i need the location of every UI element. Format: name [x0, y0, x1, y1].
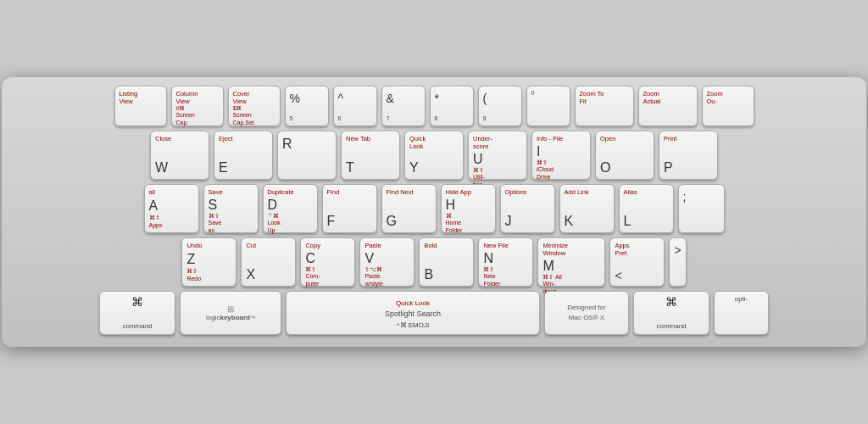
key-i-main: I — [537, 144, 540, 159]
key-d[interactable]: Duplicate D ⌃⌘LookUp — [263, 184, 318, 233]
key-r[interactable]: R — [277, 131, 337, 180]
key-k-label: Add Link — [565, 188, 609, 196]
key-v-label: Paste — [364, 242, 409, 249]
key-u[interactable]: Under-score U ⌘⇧Utili-ties — [468, 131, 527, 180]
key-cover-view[interactable]: CoverView $⌘ScreenCap.Sel. — [228, 86, 281, 126]
key-v-bottom: ⇧⌥⌘Pastew/style — [364, 266, 382, 287]
key-n[interactable]: New File N ⌘⇧NewFolder — [478, 237, 533, 287]
key-j-label: Options — [505, 188, 550, 196]
number-row: ListingView ColumnView #⌘ScreenCap. Cove… — [10, 86, 858, 126]
key-l[interactable]: Alias L — [619, 184, 674, 233]
key-e-main: E — [219, 160, 228, 176]
key-d-main: D — [268, 198, 278, 213]
key-s[interactable]: Save S ⌘⇧Saveas — [203, 184, 259, 233]
key-i-label: Info - File — [537, 135, 586, 142]
key-g[interactable]: Find Next G — [381, 184, 437, 233]
key-0-bottom: 0 — [531, 90, 535, 97]
key-a-label: all — [149, 188, 194, 196]
key-o[interactable]: Open O — [595, 131, 654, 180]
key-a[interactable]: all A ⌘⇧Apps — [144, 184, 199, 233]
key-y-label: QuickLook — [409, 135, 459, 150]
key-semicolon-main: ; — [683, 190, 687, 204]
key-s-label: Save — [209, 188, 253, 196]
key-option-label: opti- — [719, 295, 764, 304]
key-left-cmd[interactable]: ⌘ command — [99, 291, 175, 335]
key-f[interactable]: Find F — [322, 184, 377, 233]
key-o-label: Open — [600, 135, 649, 142]
key-5[interactable]: % 5 — [285, 86, 329, 126]
key-i[interactable]: Info - File I ⌘⇧iCloudDrive — [531, 131, 591, 180]
key-lt-label: AppsPref. — [615, 242, 659, 257]
key-8-bottom: 8 — [435, 115, 438, 122]
key-r-main: R — [282, 137, 292, 152]
key-lt-main: < — [615, 269, 621, 282]
key-lt[interactable]: AppsPref. < — [609, 237, 665, 287]
key-5-main: % — [290, 92, 300, 105]
key-f-label: Find — [327, 188, 372, 196]
key-y[interactable]: QuickLook Y — [404, 131, 464, 180]
key-o-main: O — [600, 160, 610, 176]
logo-text: ⊞ logickeyboard™ — [185, 304, 276, 321]
key-l-main: L — [624, 214, 632, 229]
key-v[interactable]: Paste V ⇧⌥⌘Pastew/style — [359, 237, 415, 287]
key-j[interactable]: Options J — [500, 184, 555, 233]
key-z-main: Z — [186, 252, 195, 267]
key-h[interactable]: Hide App H ⌘HomeFolder — [441, 184, 496, 233]
key-h-main: H — [446, 198, 456, 213]
key-6[interactable]: ^ 6 — [333, 86, 377, 126]
key-b[interactable]: Bold B — [419, 237, 474, 287]
key-x[interactable]: Cut X — [241, 237, 296, 287]
key-option[interactable]: opti- — [714, 291, 769, 335]
key-s-main: S — [209, 198, 218, 213]
key-c-main: C — [305, 251, 315, 266]
key-zoom-fit-label: Zoom ToFit — [580, 90, 629, 105]
key-k[interactable]: Add Link K — [559, 184, 615, 233]
key-h-bottom: ⌘HomeFolder — [446, 213, 463, 234]
key-right-cmd[interactable]: ⌘ command — [633, 291, 709, 335]
key-designed: Designed forMac OS® X — [544, 291, 629, 335]
key-listing-view-label: ListingView — [120, 90, 162, 105]
key-c[interactable]: Copy C ⌘⇧Com-puter — [300, 237, 355, 287]
key-0[interactable]: 0 — [526, 86, 570, 126]
key-s-bottom: ⌘⇧Saveas — [209, 213, 222, 234]
key-n-main: N — [483, 251, 493, 266]
key-8-main: * — [435, 92, 439, 105]
key-zoom-fit[interactable]: Zoom ToFit — [575, 86, 634, 126]
key-5-bottom: 5 — [290, 115, 293, 122]
key-z[interactable]: Undo Z ⌘⇧Redo — [181, 237, 236, 287]
key-column-view-bottom: #⌘ScreenCap. — [176, 105, 195, 126]
key-zoom-out[interactable]: ZoomOu- — [702, 86, 754, 126]
key-i-bottom: ⌘⇧iCloudDrive — [537, 159, 554, 181]
key-listing-view[interactable]: ListingView — [114, 86, 167, 126]
key-left-cmd-symbol: ⌘ — [104, 295, 170, 310]
keyboard: ListingView ColumnView #⌘ScreenCap. Cove… — [2, 77, 866, 347]
key-spacebar[interactable]: Quick Look Spotlight Search ^⌘ EMOJI — [286, 291, 540, 335]
key-9[interactable]: ( 9 — [478, 86, 522, 126]
key-gt-main: > — [674, 243, 681, 257]
key-semicolon[interactable]: ; — [678, 184, 725, 233]
key-z-label: Undo — [186, 242, 231, 249]
key-p-label: Print — [664, 135, 713, 142]
key-gt[interactable]: > — [669, 237, 686, 287]
key-7-bottom: 7 — [387, 115, 390, 122]
key-m[interactable]: MinimizeWindow M ⌘⇧ AllWin-dows — [537, 237, 605, 287]
key-p[interactable]: Print P — [659, 131, 718, 180]
key-logo: ⊞ logickeyboard™ — [180, 291, 281, 335]
key-z-bottom: ⌘⇧Redo — [186, 268, 201, 282]
key-8[interactable]: * 8 — [430, 86, 474, 126]
key-t[interactable]: New Tab T — [341, 131, 400, 180]
key-m-label: MinimizeWindow — [542, 242, 600, 257]
key-zoom-actual[interactable]: ZoomActual — [638, 86, 698, 126]
key-b-label: Bold — [424, 242, 469, 249]
key-a-bottom: ⌘⇧Apps — [149, 215, 163, 229]
key-column-view[interactable]: ColumnView #⌘ScreenCap. — [171, 86, 224, 126]
key-7[interactable]: & 7 — [381, 86, 426, 126]
spacebar-emoji: ^⌘ EMOJI — [291, 321, 535, 331]
key-m-main: M — [542, 259, 554, 274]
key-v-main: V — [364, 251, 374, 266]
key-x-label: Cut — [246, 242, 291, 249]
key-e-label: Eject — [219, 135, 268, 142]
key-w[interactable]: Close W — [150, 131, 209, 180]
key-c-bottom: ⌘⇧Com-puter — [305, 266, 320, 287]
key-e[interactable]: Eject E — [214, 131, 273, 180]
